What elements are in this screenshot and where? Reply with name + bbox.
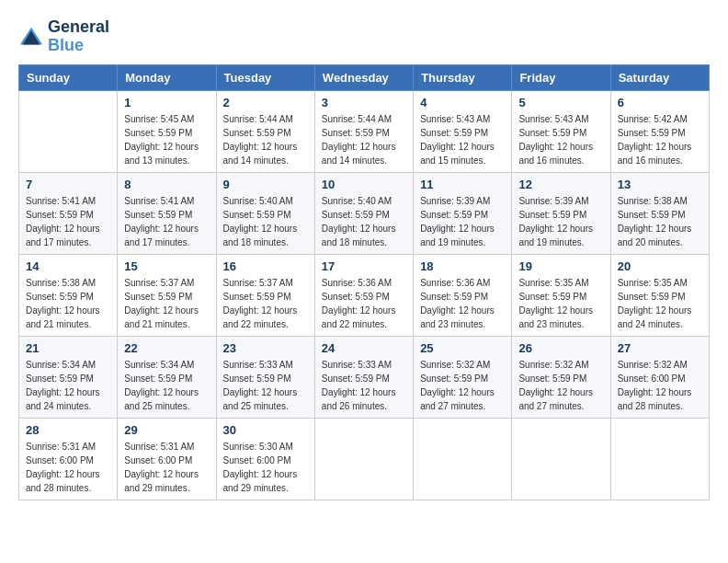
day-cell (19, 90, 118, 172)
day-cell: 11Sunrise: 5:39 AMSunset: 5:59 PMDayligh… (414, 172, 512, 254)
day-number: 11 (420, 178, 505, 191)
day-number: 1 (124, 96, 209, 109)
weekday-header-wednesday: Wednesday (314, 64, 413, 90)
day-number: 24 (322, 341, 406, 355)
day-info: Sunrise: 5:38 AMSunset: 5:59 PMDaylight:… (26, 276, 110, 331)
day-number: 18 (420, 259, 505, 273)
logo-icon (18, 24, 44, 50)
day-number: 23 (223, 341, 308, 355)
day-number: 7 (26, 178, 110, 191)
day-info: Sunrise: 5:36 AMSunset: 5:59 PMDaylight:… (420, 276, 505, 331)
day-info: Sunrise: 5:32 AMSunset: 6:00 PMDaylight:… (618, 358, 702, 413)
weekday-header-sunday: Sunday (19, 64, 118, 90)
calendar-header: SundayMondayTuesdayWednesdayThursdayFrid… (19, 64, 710, 90)
day-cell: 14Sunrise: 5:38 AMSunset: 5:59 PMDayligh… (19, 254, 118, 336)
day-info: Sunrise: 5:37 AMSunset: 5:59 PMDaylight:… (124, 276, 209, 331)
day-cell: 23Sunrise: 5:33 AMSunset: 5:59 PMDayligh… (216, 336, 314, 418)
day-cell: 19Sunrise: 5:35 AMSunset: 5:59 PMDayligh… (512, 254, 610, 336)
day-number: 28 (26, 423, 110, 437)
week-row-4: 28Sunrise: 5:31 AMSunset: 6:00 PMDayligh… (19, 418, 710, 500)
day-cell: 7Sunrise: 5:41 AMSunset: 5:59 PMDaylight… (19, 172, 118, 254)
day-info: Sunrise: 5:45 AMSunset: 5:59 PMDaylight:… (124, 112, 209, 167)
day-cell: 9Sunrise: 5:40 AMSunset: 5:59 PMDaylight… (216, 172, 314, 254)
calendar-table: SundayMondayTuesdayWednesdayThursdayFrid… (18, 64, 710, 500)
day-info: Sunrise: 5:39 AMSunset: 5:59 PMDaylight:… (420, 194, 505, 249)
day-number: 17 (322, 259, 406, 273)
day-info: Sunrise: 5:34 AMSunset: 5:59 PMDaylight:… (124, 358, 209, 413)
weekday-header-thursday: Thursday (414, 64, 512, 90)
day-number: 12 (518, 178, 603, 191)
day-number: 10 (322, 178, 406, 191)
day-cell: 24Sunrise: 5:33 AMSunset: 5:59 PMDayligh… (314, 336, 413, 418)
day-info: Sunrise: 5:41 AMSunset: 5:59 PMDaylight:… (124, 194, 209, 249)
day-cell (610, 418, 709, 500)
day-info: Sunrise: 5:41 AMSunset: 5:59 PMDaylight:… (26, 194, 110, 249)
day-number: 9 (223, 178, 308, 191)
day-info: Sunrise: 5:34 AMSunset: 5:59 PMDaylight:… (26, 358, 110, 413)
day-number: 22 (124, 341, 209, 355)
week-row-3: 21Sunrise: 5:34 AMSunset: 5:59 PMDayligh… (19, 336, 710, 418)
day-number: 21 (26, 341, 110, 355)
day-number: 13 (618, 178, 702, 191)
day-info: Sunrise: 5:30 AMSunset: 6:00 PMDaylight:… (223, 440, 308, 495)
day-number: 6 (618, 96, 702, 109)
day-cell: 4Sunrise: 5:43 AMSunset: 5:59 PMDaylight… (414, 90, 512, 172)
day-info: Sunrise: 5:43 AMSunset: 5:59 PMDaylight:… (518, 112, 603, 167)
day-number: 29 (124, 423, 209, 437)
day-info: Sunrise: 5:44 AMSunset: 5:59 PMDaylight:… (223, 112, 308, 167)
day-cell: 27Sunrise: 5:32 AMSunset: 6:00 PMDayligh… (610, 336, 709, 418)
week-row-1: 7Sunrise: 5:41 AMSunset: 5:59 PMDaylight… (19, 172, 710, 254)
day-number: 20 (618, 259, 702, 273)
day-info: Sunrise: 5:38 AMSunset: 5:59 PMDaylight:… (618, 194, 702, 249)
day-cell (414, 418, 512, 500)
day-number: 27 (618, 341, 702, 355)
day-cell: 20Sunrise: 5:35 AMSunset: 5:59 PMDayligh… (610, 254, 709, 336)
day-number: 5 (518, 96, 603, 109)
day-cell (512, 418, 610, 500)
day-cell: 12Sunrise: 5:39 AMSunset: 5:59 PMDayligh… (512, 172, 610, 254)
day-cell: 28Sunrise: 5:31 AMSunset: 6:00 PMDayligh… (19, 418, 118, 500)
logo-text: General Blue (48, 18, 109, 55)
day-info: Sunrise: 5:31 AMSunset: 6:00 PMDaylight:… (124, 440, 209, 495)
day-cell: 30Sunrise: 5:30 AMSunset: 6:00 PMDayligh… (216, 418, 314, 500)
calendar-body: 1Sunrise: 5:45 AMSunset: 5:59 PMDaylight… (19, 90, 710, 500)
day-info: Sunrise: 5:32 AMSunset: 5:59 PMDaylight:… (518, 358, 603, 413)
day-info: Sunrise: 5:35 AMSunset: 5:59 PMDaylight:… (618, 276, 702, 331)
day-cell: 8Sunrise: 5:41 AMSunset: 5:59 PMDaylight… (118, 172, 216, 254)
day-info: Sunrise: 5:36 AMSunset: 5:59 PMDaylight:… (322, 276, 406, 331)
day-cell: 16Sunrise: 5:37 AMSunset: 5:59 PMDayligh… (216, 254, 314, 336)
day-cell: 13Sunrise: 5:38 AMSunset: 5:59 PMDayligh… (610, 172, 709, 254)
day-cell: 2Sunrise: 5:44 AMSunset: 5:59 PMDaylight… (216, 90, 314, 172)
day-cell: 6Sunrise: 5:42 AMSunset: 5:59 PMDaylight… (610, 90, 709, 172)
day-cell: 29Sunrise: 5:31 AMSunset: 6:00 PMDayligh… (118, 418, 216, 500)
day-number: 25 (420, 341, 505, 355)
day-number: 2 (223, 96, 308, 109)
day-cell: 21Sunrise: 5:34 AMSunset: 5:59 PMDayligh… (19, 336, 118, 418)
weekday-row: SundayMondayTuesdayWednesdayThursdayFrid… (19, 64, 710, 90)
day-info: Sunrise: 5:40 AMSunset: 5:59 PMDaylight:… (223, 194, 308, 249)
day-number: 3 (322, 96, 406, 109)
day-number: 14 (26, 259, 110, 273)
day-info: Sunrise: 5:33 AMSunset: 5:59 PMDaylight:… (322, 358, 406, 413)
day-cell: 26Sunrise: 5:32 AMSunset: 5:59 PMDayligh… (512, 336, 610, 418)
day-number: 19 (518, 259, 603, 273)
day-cell: 15Sunrise: 5:37 AMSunset: 5:59 PMDayligh… (118, 254, 216, 336)
day-number: 26 (518, 341, 603, 355)
weekday-header-tuesday: Tuesday (216, 64, 314, 90)
day-cell: 3Sunrise: 5:44 AMSunset: 5:59 PMDaylight… (314, 90, 413, 172)
day-number: 30 (223, 423, 308, 437)
week-row-0: 1Sunrise: 5:45 AMSunset: 5:59 PMDaylight… (19, 90, 710, 172)
day-info: Sunrise: 5:35 AMSunset: 5:59 PMDaylight:… (518, 276, 603, 331)
day-info: Sunrise: 5:42 AMSunset: 5:59 PMDaylight:… (618, 112, 702, 167)
day-number: 4 (420, 96, 505, 109)
weekday-header-saturday: Saturday (610, 64, 709, 90)
weekday-header-friday: Friday (512, 64, 610, 90)
day-cell: 22Sunrise: 5:34 AMSunset: 5:59 PMDayligh… (118, 336, 216, 418)
day-cell (314, 418, 413, 500)
day-number: 15 (124, 259, 209, 273)
day-info: Sunrise: 5:39 AMSunset: 5:59 PMDaylight:… (518, 194, 603, 249)
day-info: Sunrise: 5:37 AMSunset: 5:59 PMDaylight:… (223, 276, 308, 331)
day-cell: 17Sunrise: 5:36 AMSunset: 5:59 PMDayligh… (314, 254, 413, 336)
day-cell: 25Sunrise: 5:32 AMSunset: 5:59 PMDayligh… (414, 336, 512, 418)
header: General Blue (18, 18, 710, 55)
